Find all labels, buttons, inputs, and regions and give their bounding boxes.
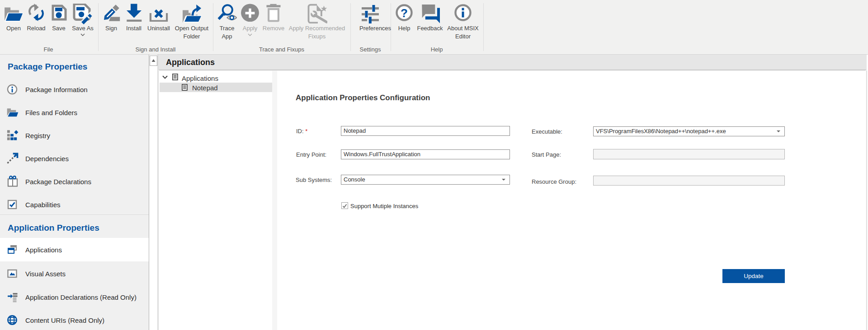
svg-text:?: ? <box>401 6 408 20</box>
